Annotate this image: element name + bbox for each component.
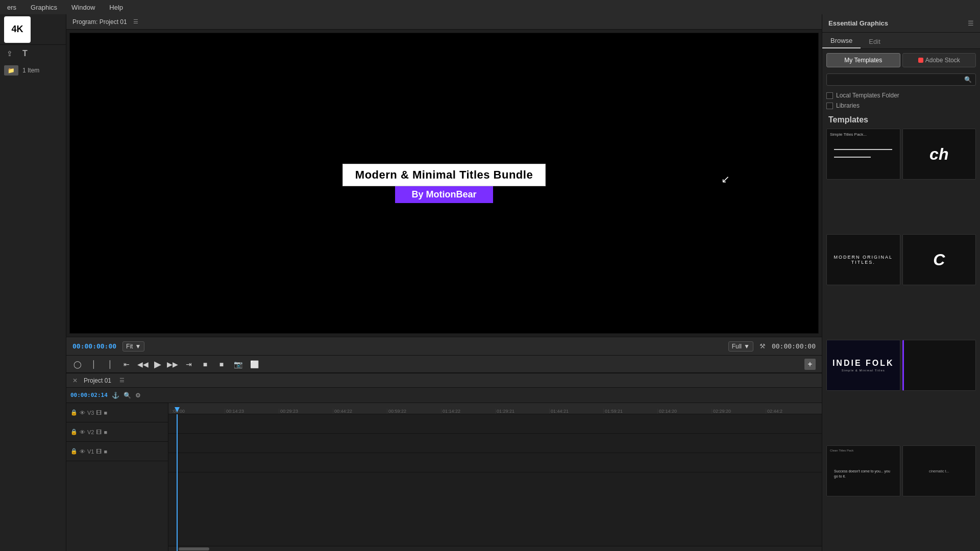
template-card-ch2[interactable]: C bbox=[902, 234, 976, 285]
timeline-timecode: 00:00:02:14 bbox=[70, 392, 108, 398]
play-button[interactable]: ▶ bbox=[154, 359, 161, 370]
template-card-simple-titles[interactable]: Simple Titles Pack... bbox=[826, 129, 900, 180]
next-frame-button[interactable]: ▶▶ bbox=[167, 359, 178, 369]
timecode-left: 00:00:00:00 bbox=[72, 342, 116, 350]
program-monitor: Program: Project 01 ☰ Modern & Minimal T… bbox=[66, 14, 822, 372]
overwrite-button[interactable]: ■ bbox=[216, 359, 227, 369]
templates-heading-text: Templates bbox=[828, 115, 868, 124]
center-area: Program: Project 01 ☰ Modern & Minimal T… bbox=[66, 14, 822, 551]
track-row-v3 bbox=[168, 414, 822, 434]
template-card-ch[interactable]: ch bbox=[902, 129, 976, 180]
lift-button[interactable]: ⬜ bbox=[249, 359, 259, 369]
badge-4k: 4K bbox=[4, 16, 31, 43]
full-label: Full bbox=[732, 343, 742, 350]
my-templates-button[interactable]: My Templates bbox=[826, 53, 900, 67]
monitor-title: Program: Project 01 bbox=[72, 18, 127, 26]
track-controls-v1: 🔒 👁 V1 🎞 ■ bbox=[70, 448, 107, 455]
track-lock-v3[interactable]: 🔒 bbox=[70, 409, 78, 416]
eg-tab-browse[interactable]: Browse bbox=[822, 34, 861, 48]
settings-timeline[interactable]: ⚙ bbox=[135, 392, 141, 399]
title-overlay: Modern & Minimal Titles Bundle By Motion… bbox=[342, 164, 546, 203]
in-point-button[interactable]: │ bbox=[105, 359, 115, 369]
track-label-v1: 🔒 👁 V1 🎞 ■ bbox=[66, 442, 168, 461]
track-cam-v1[interactable]: 🎞 bbox=[96, 448, 102, 455]
monitor-menu-icon[interactable]: ☰ bbox=[133, 18, 138, 25]
template-card-cinema[interactable]: cinematic t... bbox=[902, 445, 976, 496]
ruler-mark-1: 00:14:23 bbox=[225, 409, 279, 414]
playback-controls: ◯ │ │ ⇤ ◀◀ ▶ ▶▶ ⇥ ■ ■ 📷 ⬜ + bbox=[66, 355, 822, 372]
full-chevron: ▼ bbox=[744, 343, 750, 350]
ruler-mark-0: :00:00 bbox=[170, 409, 225, 414]
track-type-v2: ■ bbox=[104, 429, 107, 435]
ruler-mark-3: 00:44:22 bbox=[333, 409, 387, 414]
timeline-ruler-area: :00:00 00:14:23 00:29:23 00:44:22 00:59:… bbox=[168, 403, 822, 551]
eg-search-input[interactable] bbox=[826, 73, 976, 86]
fit-dropdown[interactable]: Fit ▼ bbox=[122, 341, 144, 352]
snap-tool[interactable]: ⚓ bbox=[112, 392, 119, 399]
template-card-partial[interactable] bbox=[902, 340, 976, 391]
timeline-content: 🔒 👁 V3 🎞 ■ 🔒 👁 V2 🎞 bbox=[66, 403, 822, 551]
title-sub-text: By MotionBear bbox=[395, 186, 493, 203]
template-card-indie-folk[interactable]: INDIE FOLK Simple & Minimal Titles bbox=[826, 340, 900, 391]
track-eye-v1[interactable]: 👁 bbox=[80, 448, 85, 455]
cursor-arrow: ↙ bbox=[721, 173, 730, 185]
eg-menu-icon[interactable]: ☰ bbox=[968, 19, 974, 27]
mark-out-button[interactable]: │ bbox=[89, 359, 99, 369]
export-frame-button[interactable]: 📷 bbox=[233, 359, 243, 369]
wrench-icon[interactable]: ⚒ bbox=[760, 342, 766, 350]
track-lock-v2[interactable]: 🔒 bbox=[70, 429, 78, 435]
card-indie-sub: Simple & Minimal Titles bbox=[842, 369, 885, 372]
main-layout: 4K ⇪ T 📁 1 Item Program: Project 01 ☰ Mo… bbox=[0, 14, 980, 551]
full-dropdown[interactable]: Full ▼ bbox=[728, 341, 753, 352]
ruler-mark-10: 02:29:20 bbox=[712, 409, 766, 414]
menu-item-window[interactable]: Window bbox=[68, 3, 98, 12]
track-row-v1 bbox=[168, 453, 822, 472]
search-timeline[interactable]: 🔍 bbox=[124, 392, 131, 399]
timeline-header: ✕ Project 01 ☰ bbox=[66, 373, 822, 388]
eg-tab-edit[interactable]: Edit bbox=[861, 35, 888, 48]
track-controls-v3: 🔒 👁 V3 🎞 ■ bbox=[70, 409, 107, 416]
template-card-modern[interactable]: MODERN ORIGINAL TITLES. bbox=[826, 234, 900, 285]
monitor-canvas: Modern & Minimal Titles Bundle By Motion… bbox=[69, 33, 819, 334]
card-modern-text: MODERN ORIGINAL TITLES. bbox=[827, 255, 900, 265]
ruler-mark-11: 02:44:2 bbox=[766, 409, 820, 414]
go-to-in-button[interactable]: ⇤ bbox=[121, 359, 132, 369]
timeline-scrollbar-thumb[interactable] bbox=[179, 547, 209, 550]
pointer-tool[interactable]: ⇪ bbox=[4, 48, 15, 59]
timeline-menu-icon[interactable]: ☰ bbox=[119, 377, 125, 384]
template-card-success[interactable]: Clean Titles Pack Success doesn't come t… bbox=[826, 445, 900, 496]
libraries-checkbox[interactable] bbox=[826, 103, 833, 109]
timeline-close-button[interactable]: ✕ bbox=[72, 377, 78, 384]
eg-header: Essential Graphics ☰ bbox=[822, 14, 980, 33]
local-templates-checkbox[interactable] bbox=[826, 92, 833, 99]
track-eye-v2[interactable]: 👁 bbox=[80, 429, 85, 435]
menu-item-help[interactable]: Help bbox=[106, 3, 126, 12]
track-cam-v2[interactable]: 🎞 bbox=[96, 429, 102, 435]
search-icon: 🔍 bbox=[964, 76, 972, 83]
timeline-scrollbar[interactable] bbox=[168, 546, 822, 551]
adobe-stock-button[interactable]: Adobe Stock bbox=[902, 53, 976, 67]
ruler-mark-9: 02:14:20 bbox=[657, 409, 712, 414]
card-cinema-text: cinematic t... bbox=[927, 467, 951, 475]
card-label-simple-titles: Simple Titles Pack... bbox=[830, 132, 867, 137]
add-track-button[interactable]: + bbox=[804, 359, 816, 370]
item-count-label: 1 Item bbox=[22, 67, 39, 74]
insert-button[interactable]: ■ bbox=[200, 359, 210, 369]
ruler-mark-7: 01:44:21 bbox=[549, 409, 603, 414]
timeline-tracks-content bbox=[168, 414, 822, 546]
prev-frame-button[interactable]: ◀◀ bbox=[138, 359, 148, 369]
mark-in-button[interactable]: ◯ bbox=[72, 359, 83, 369]
track-eye-v3[interactable]: 👁 bbox=[80, 410, 85, 416]
track-cam-v3[interactable]: 🎞 bbox=[96, 410, 102, 416]
card-indie-text: INDIE FOLK bbox=[832, 359, 894, 368]
menu-item-graphics[interactable]: Graphics bbox=[28, 3, 60, 12]
text-tool[interactable]: T bbox=[19, 48, 31, 59]
menu-item-ers[interactable]: ers bbox=[4, 3, 19, 12]
track-lock-v1[interactable]: 🔒 bbox=[70, 448, 78, 455]
track-row-v2 bbox=[168, 434, 822, 453]
timeline-tab-project01[interactable]: Project 01 bbox=[84, 377, 111, 384]
go-to-out-button[interactable]: ⇥ bbox=[184, 359, 194, 369]
adobe-stock-label: Adobe Stock bbox=[925, 57, 960, 64]
left-panel-top: 4K bbox=[0, 14, 66, 45]
track-controls-v2: 🔒 👁 V2 🎞 ■ bbox=[70, 429, 107, 435]
